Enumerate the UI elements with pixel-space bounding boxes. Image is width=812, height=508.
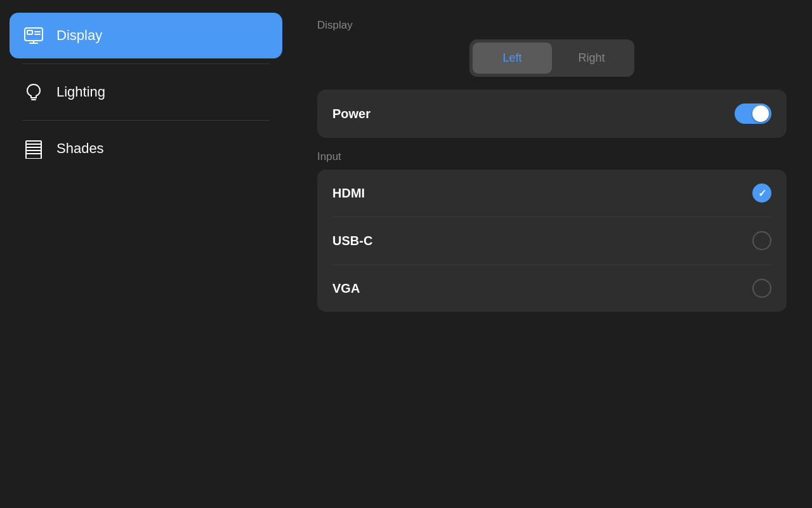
sidebar-item-lighting[interactable]: Lighting	[10, 69, 282, 115]
svg-rect-3	[27, 30, 32, 34]
input-row-usbc[interactable]: USB-C	[332, 217, 771, 265]
display-icon	[22, 24, 45, 47]
input-label-usbc: USB-C	[332, 234, 372, 248]
sidebar-divider-2	[22, 120, 270, 121]
display-toggle-wrapper: Left Right	[317, 34, 787, 77]
input-section-label: Input	[317, 150, 787, 163]
input-radio-hdmi[interactable]	[752, 184, 771, 203]
input-label-vga: VGA	[332, 281, 360, 296]
sidebar: Display Lighting Shades	[0, 0, 292, 508]
power-toggle[interactable]	[735, 104, 771, 124]
left-right-toggle-group: Left Right	[469, 39, 634, 77]
input-row-hdmi[interactable]: HDMI	[332, 170, 771, 217]
power-card: Power	[317, 90, 787, 138]
main-content: Display Left Right Power Input HDMI USB-…	[292, 0, 812, 508]
left-toggle-button[interactable]: Left	[473, 43, 552, 74]
sidebar-item-shades[interactable]: Shades	[10, 126, 282, 171]
display-section-label: Display	[317, 19, 353, 32]
input-radio-vga[interactable]	[752, 279, 771, 298]
sidebar-divider-1	[22, 64, 270, 64]
sidebar-item-label-lighting: Lighting	[56, 84, 105, 100]
power-label: Power	[332, 107, 370, 121]
right-toggle-button[interactable]: Right	[552, 43, 631, 74]
power-row: Power	[332, 90, 771, 138]
lighting-icon	[22, 81, 45, 104]
input-row-vga[interactable]: VGA	[332, 265, 771, 312]
input-section: Input HDMI USB-C VGA	[317, 150, 787, 312]
sidebar-item-label-shades: Shades	[56, 140, 104, 157]
input-card: HDMI USB-C VGA	[317, 170, 787, 312]
shades-icon	[22, 137, 45, 160]
sidebar-item-label-display: Display	[56, 27, 102, 44]
display-section: Display Left Right	[317, 19, 787, 77]
input-radio-usbc[interactable]	[752, 231, 771, 250]
sidebar-item-display[interactable]: Display	[10, 13, 282, 58]
input-label-hdmi: HDMI	[332, 186, 365, 201]
